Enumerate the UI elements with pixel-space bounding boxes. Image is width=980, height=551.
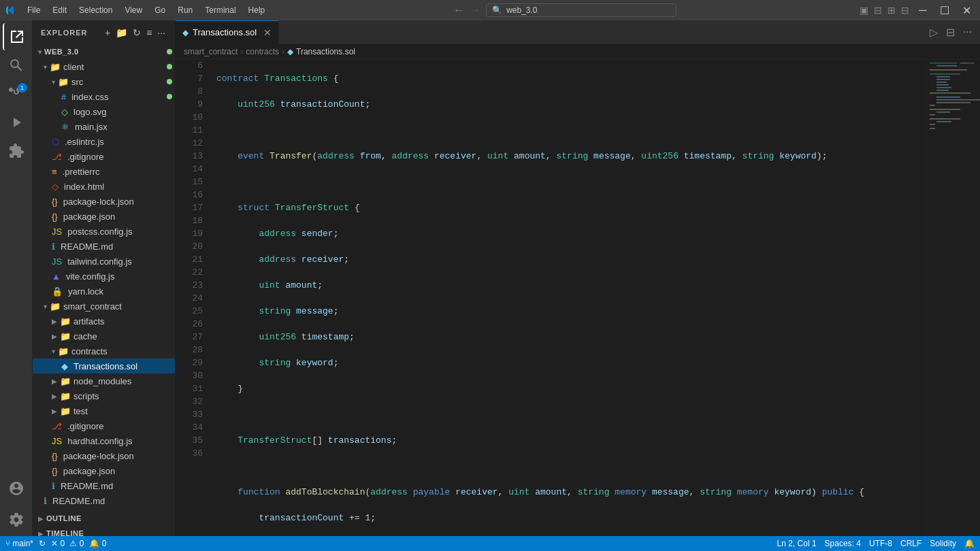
dot-indicator (167, 79, 172, 84)
tree-smart-contract[interactable]: ▾ 📁 smart_contract (33, 299, 175, 314)
layout-custom-icon[interactable]: ⊟ (901, 5, 909, 16)
minimap[interactable] (926, 59, 980, 536)
tree-postcss[interactable]: JS postcss.config.js (33, 224, 175, 239)
collapse-button[interactable]: ≡ (145, 26, 153, 39)
tree-transactions-sol[interactable]: ◆ Transactions.sol (33, 358, 175, 373)
tree-readme-sc[interactable]: ℹ README.md (33, 478, 175, 493)
svg-rect-13 (936, 97, 960, 98)
cursor-position-item[interactable]: Ln 2, Col 1 (777, 539, 817, 548)
menu-file[interactable]: File (22, 4, 46, 16)
activity-account[interactable] (3, 475, 30, 502)
layout-split-icon[interactable]: ⊟ (874, 5, 882, 16)
tree-label: README.md (61, 481, 113, 491)
encoding-item[interactable]: UTF-8 (869, 539, 892, 548)
tree-contracts[interactable]: ▾ 📁 contracts (33, 344, 175, 358)
tree-cache[interactable]: ▶ 📁 cache (33, 329, 175, 344)
run-button[interactable]: ▷ (927, 24, 941, 40)
tree-package-client[interactable]: {} package.json (33, 209, 175, 224)
notifications-item[interactable]: 🔔 0 (89, 539, 106, 548)
line-numbers: 678910 1112131415 1617181920 2122232425 … (176, 59, 210, 536)
errors-item[interactable]: ✕ 0 ⚠ 0 (51, 539, 84, 548)
svg-rect-6 (936, 76, 950, 78)
line-ending-item[interactable]: CRLF (900, 539, 921, 548)
tree-logo-svg[interactable]: ◇ logo.svg (33, 104, 175, 119)
tree-outline[interactable]: ▶ OUTLINE (33, 511, 175, 526)
tree-package-sc[interactable]: {} package.json (33, 463, 175, 478)
close-button[interactable]: ✕ (958, 3, 975, 18)
tree-package-lock-client[interactable]: {} package-lock.json (33, 194, 175, 209)
menu-edit[interactable]: Edit (47, 4, 72, 16)
activity-search[interactable] (3, 52, 30, 79)
tree-index-html[interactable]: ◇ index.html (33, 179, 175, 194)
tree-gitignore2[interactable]: ⎇ .gitignore (33, 418, 175, 433)
chevron-down-icon: ▾ (52, 348, 55, 355)
tree-src[interactable]: ▾ 📁 src (33, 74, 175, 89)
tree-timeline[interactable]: ▶ TIMELINE (33, 526, 175, 536)
spaces-item[interactable]: Spaces: 4 (825, 539, 861, 548)
tree-node-modules[interactable]: ▶ 📁 node_modules (33, 373, 175, 388)
jsx-icon: ⚛ (61, 122, 69, 132)
chevron-right-icon: ▶ (52, 393, 57, 400)
nav-forward[interactable]: → (470, 4, 480, 16)
tree-package-lock-sc[interactable]: {} package-lock.json (33, 448, 175, 463)
tree-label: .eslintrc.js (65, 137, 104, 147)
nav-back[interactable]: ← (453, 4, 464, 16)
tree-gitignore[interactable]: ⎇ .gitignore (33, 149, 175, 164)
language-item[interactable]: Solidity (930, 539, 956, 548)
minimize-button[interactable]: ─ (915, 3, 931, 18)
bell-icon[interactable]: 🔔 (964, 539, 975, 548)
tree-client[interactable]: ▾ 📁 client (33, 59, 175, 74)
split-editor-button[interactable]: ⊟ (943, 24, 958, 40)
tree-test[interactable]: ▶ 📁 test (33, 403, 175, 418)
tree-label: README.md (52, 496, 105, 506)
menu-run[interactable]: Run (172, 4, 198, 16)
menu-help[interactable]: Help (243, 4, 271, 16)
svg-rect-8 (936, 82, 947, 83)
maximize-button[interactable]: ☐ (936, 3, 953, 18)
tab-transactions-sol[interactable]: ◆ Transactions.sol ✕ (176, 20, 279, 44)
svg-icon: ◇ (61, 107, 68, 117)
activity-extensions[interactable] (3, 137, 30, 165)
tree-root[interactable]: ▾ WEB_3.0 (33, 44, 175, 59)
menu-view[interactable]: View (119, 4, 148, 16)
tree-vite[interactable]: ▲ vite.config.js (33, 269, 175, 284)
more-actions-button[interactable]: ··· (156, 26, 167, 39)
layout-editor-icon[interactable]: ▣ (860, 5, 868, 16)
sync-item[interactable]: ↻ (39, 539, 46, 548)
breadcrumb-file[interactable]: Transactions.sol (296, 47, 355, 56)
menu-terminal[interactable]: Terminal (199, 4, 241, 16)
code-editor[interactable]: contract Transactions { uint256 transact… (210, 59, 926, 536)
tree-artifacts[interactable]: ▶ 📁 artifacts (33, 314, 175, 329)
activity-explorer[interactable] (3, 23, 30, 50)
layout-panels-icon[interactable]: ⊞ (887, 5, 896, 16)
tree-eslintrc[interactable]: ⬡ .eslintrc.js (33, 134, 175, 149)
branch-icon: ⑂ (5, 539, 10, 548)
tree-yarn[interactable]: 🔒 yarn.lock (33, 284, 175, 299)
folder-icon: 📁 (58, 346, 69, 356)
new-folder-button[interactable]: 📁 (114, 26, 129, 39)
tree-prettierrc[interactable]: ≡ .prettierrc (33, 164, 175, 179)
tab-close-button[interactable]: ✕ (263, 27, 272, 38)
tree-readme-root[interactable]: ℹ README.md (33, 493, 175, 508)
menu-go[interactable]: Go (149, 4, 171, 16)
tree-label: tailwind.config.js (67, 256, 132, 267)
git-branch-item[interactable]: ⑂ main* (5, 539, 33, 548)
svg-rect-9 (936, 84, 949, 86)
tree-readme-client[interactable]: ℹ README.md (33, 239, 175, 254)
tree-tailwind[interactable]: JS tailwind.config.js (33, 254, 175, 269)
refresh-button[interactable]: ↻ (131, 26, 142, 39)
activity-run[interactable] (3, 109, 30, 136)
tree-index-css[interactable]: # index.css (33, 89, 175, 104)
breadcrumb-contracts[interactable]: contracts (246, 47, 279, 56)
tree-scripts[interactable]: ▶ 📁 scripts (33, 388, 175, 403)
editor-area: ◆ Transactions.sol ✕ ▷ ⊟ ··· smart_contr… (176, 20, 980, 536)
tree-hardhat[interactable]: JS hardhat.config.js (33, 433, 175, 448)
breadcrumb-smart-contract[interactable]: smart_contract (184, 47, 238, 56)
activity-settings[interactable] (3, 506, 30, 533)
svg-rect-20 (930, 118, 960, 120)
tree-main-jsx[interactable]: ⚛ main.jsx (33, 119, 175, 134)
more-actions-button[interactable]: ··· (960, 24, 975, 39)
new-file-button[interactable]: + (103, 26, 112, 39)
menu-selection[interactable]: Selection (74, 4, 118, 16)
activity-source-control[interactable]: 1 (3, 80, 30, 107)
